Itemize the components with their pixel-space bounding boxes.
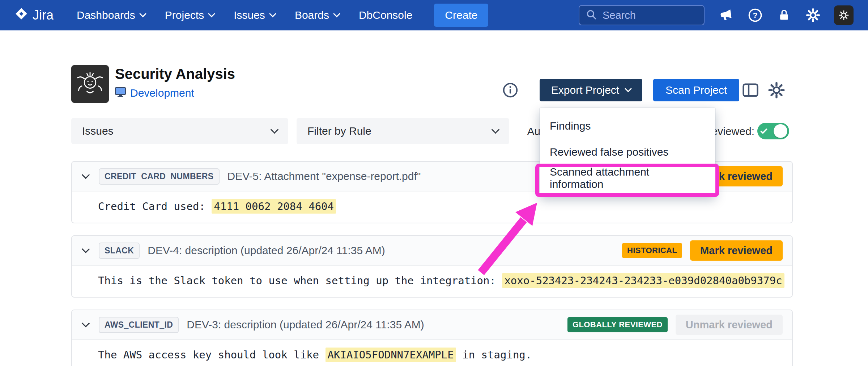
collapse-chevron-icon[interactable] — [82, 171, 90, 179]
jira-logo-text: Jira — [33, 8, 54, 23]
unmark-reviewed-button[interactable]: Unmark reviewed — [676, 315, 783, 335]
menu-item-scanned-attachment-information[interactable]: Scanned attachment information — [540, 165, 715, 191]
chevron-down-icon — [625, 85, 632, 92]
top-navbar: Jira Dashboards Projects Issues Boards D… — [0, 0, 868, 30]
nav-item-dashboards[interactable]: Dashboards — [77, 9, 145, 21]
finding-title: DEV-5: Attachment "expense-report.pdf" — [227, 170, 421, 182]
finding-body: This is the Slack token to use when sett… — [72, 266, 792, 297]
collapse-chevron-icon[interactable] — [82, 245, 90, 253]
jira-logo[interactable]: Jira — [14, 7, 54, 24]
toggle-knob — [774, 124, 787, 138]
project-breadcrumb: Development — [115, 87, 194, 99]
menu-item-reviewed-false-positives[interactable]: Reviewed false positives — [540, 139, 715, 165]
page-title: Security Analysis — [115, 66, 235, 82]
search-icon — [585, 8, 597, 22]
export-dropdown-menu: Findings Reviewed false positives Scanne… — [540, 108, 715, 196]
globally-reviewed-badge: GLOBALLY REVIEWED — [567, 317, 668, 332]
svg-text:?: ? — [753, 11, 757, 20]
chevron-down-icon — [139, 10, 146, 17]
detected-secret: 4111 0062 2084 4604 — [212, 199, 336, 214]
navbar-search[interactable] — [579, 5, 705, 25]
nav-item-boards[interactable]: Boards — [295, 9, 339, 21]
rule-filter-select[interactable]: Filter by Rule — [297, 118, 509, 144]
check-icon — [759, 126, 769, 136]
detected-secret: AKIAIO5FODNN7EXAMPLE — [326, 348, 456, 362]
chevron-down-icon — [208, 10, 215, 17]
rule-badge: AWS_CLIENT_ID — [99, 317, 179, 333]
nav-item-issues[interactable]: Issues — [234, 9, 275, 21]
collapse-chevron-icon[interactable] — [82, 319, 90, 327]
chevron-down-icon — [333, 10, 340, 17]
chevron-down-icon — [269, 10, 276, 17]
finding-header: AWS_CLIENT_ID DEV-3: description (update… — [72, 310, 792, 340]
finding-card-dev3: AWS_CLIENT_ID DEV-3: description (update… — [71, 310, 793, 366]
search-input[interactable] — [602, 9, 698, 22]
user-avatar[interactable] — [834, 5, 854, 25]
announcement-icon[interactable] — [718, 7, 734, 23]
chevron-down-icon — [271, 125, 279, 134]
auto-reviewed-toggle[interactable] — [757, 123, 789, 139]
rule-badge: SLACK — [99, 243, 140, 259]
historical-badge: HISTORICAL — [622, 243, 682, 258]
navbar-icons: ? — [718, 5, 854, 25]
nav-item-dbconsole[interactable]: DbConsole — [359, 9, 412, 21]
finding-card-dev4: SLACK DEV-4: description (updated 26/Apr… — [71, 235, 793, 298]
info-icon[interactable] — [502, 82, 519, 98]
finding-title: DEV-4: description (updated 26/Apr/24 11… — [148, 244, 385, 257]
project-link[interactable]: Development — [130, 87, 194, 99]
mark-reviewed-button[interactable]: Mark reviewed — [690, 240, 783, 261]
project-monitor-icon — [115, 87, 126, 99]
detected-secret: xoxo-523423-234243-234233-e039d02840a0b9… — [502, 273, 784, 288]
chevron-down-icon — [492, 125, 500, 134]
create-button[interactable]: Create — [434, 4, 488, 27]
lock-icon[interactable] — [776, 7, 792, 23]
project-avatar — [71, 65, 109, 103]
gear-icon[interactable] — [805, 7, 821, 23]
board-layout-icon[interactable] — [741, 80, 760, 100]
finding-header: SLACK DEV-4: description (updated 26/Apr… — [72, 236, 792, 266]
help-icon[interactable]: ? — [747, 7, 763, 23]
nav-item-projects[interactable]: Projects — [165, 9, 214, 21]
finding-body: The AWS access key should look like AKIA… — [72, 340, 792, 366]
scan-project-button[interactable]: Scan Project — [653, 79, 739, 101]
settings-gear-icon[interactable] — [767, 80, 786, 100]
menu-item-findings[interactable]: Findings — [540, 113, 715, 139]
finding-title: DEV-3: description (updated 26/Apr/24 11… — [187, 319, 424, 331]
issues-filter-select[interactable]: Issues — [71, 118, 288, 144]
page: Jira Dashboards Projects Issues Boards D… — [0, 0, 868, 366]
jira-logo-icon — [14, 7, 28, 24]
rule-badge: CREDIT_CARD_NUMBERS — [99, 168, 220, 185]
export-project-button[interactable]: Export Project — [540, 79, 642, 101]
